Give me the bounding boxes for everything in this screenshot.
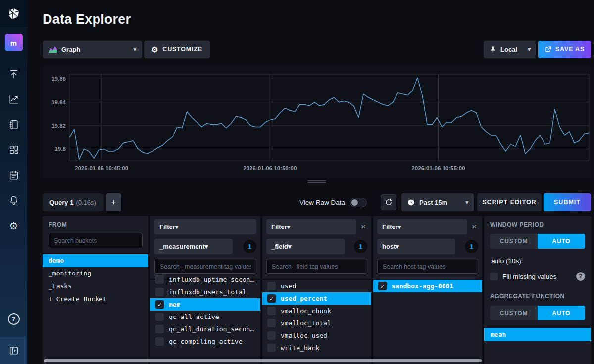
add-query-button[interactable]: + — [106, 193, 121, 211]
question-mark-icon[interactable]: ? — [576, 272, 585, 281]
window-period-panel: WINDOW PERIOD CUSTOM AUTO auto (10s) Fil… — [484, 216, 591, 364]
close-filter-icon[interactable]: × — [359, 223, 367, 231]
query-bar: Query 1 (0.16s) + View Raw Data Past 15m… — [43, 193, 591, 211]
customize-button[interactable]: ⚙ CUSTOMIZE — [144, 41, 210, 58]
tag-value-list: used✓used_percentvmalloc_chunkvmalloc_to… — [262, 280, 371, 354]
panel-resize-handle[interactable] — [43, 178, 591, 185]
chevron-down-icon: ▾ — [528, 46, 531, 53]
filter-type-dropdown[interactable]: Filter▾ — [377, 219, 467, 234]
graph-type-icon — [49, 46, 57, 53]
graph-explorer-icon[interactable] — [8, 93, 20, 105]
filter-type-dropdown[interactable]: Filter▾ — [266, 219, 356, 234]
view-raw-data-toggle[interactable] — [350, 198, 367, 207]
close-filter-icon[interactable]: × — [470, 223, 478, 231]
script-editor-button[interactable]: SCRIPT EDITOR — [477, 193, 542, 211]
org-avatar[interactable]: m — [5, 34, 23, 51]
local-dropdown[interactable]: Local ▾ — [484, 41, 536, 58]
horizontal-scrollbar[interactable] — [44, 359, 482, 362]
tag-value-search-input[interactable] — [154, 259, 256, 274]
bucket-item[interactable]: demo — [43, 254, 148, 267]
svg-text:2026-01-06 10:55:00: 2026-01-06 10:55:00 — [411, 165, 465, 171]
dashboards-icon[interactable] — [8, 144, 20, 156]
pin-icon — [489, 46, 496, 53]
save-as-button[interactable]: SAVE AS — [538, 41, 591, 58]
tag-value-row[interactable]: qc_all_active — [150, 311, 260, 323]
filter-type-dropdown[interactable]: Filter▾ — [154, 219, 256, 234]
unchecked-checkbox[interactable] — [267, 282, 276, 290]
aggregate-custom-button[interactable]: CUSTOM — [490, 306, 538, 320]
bucket-item[interactable]: _tasks — [43, 280, 148, 293]
query-bar-right: View Raw Data Past 15m ▾ SCRIPT EDITOR S… — [299, 193, 591, 211]
help-icon[interactable]: ? — [8, 313, 20, 325]
unchecked-checkbox[interactable] — [155, 275, 164, 284]
unchecked-checkbox[interactable] — [155, 337, 164, 346]
tag-value-row[interactable]: write_back — [262, 342, 371, 354]
bucket-item[interactable]: + Create Bucket — [43, 293, 148, 306]
tag-value-row[interactable]: ✓mem — [150, 298, 260, 311]
tag-value-row[interactable]: vmalloc_total — [262, 317, 371, 329]
tag-value-search-input[interactable] — [266, 259, 367, 274]
filter-columns: Filter▾_measurement▾1influxdb_uptime_sec… — [150, 216, 482, 364]
bucket-item[interactable]: _monitoring — [43, 267, 148, 280]
expand-nav-icon[interactable] — [0, 337, 27, 364]
query-duration: (0.16s) — [76, 199, 96, 206]
unchecked-checkbox[interactable] — [155, 313, 164, 321]
tag-key-dropdown[interactable]: _measurement▾ — [154, 239, 233, 254]
checked-checkbox[interactable]: ✓ — [378, 282, 387, 290]
upload-icon[interactable] — [8, 68, 20, 80]
query-tab[interactable]: Query 1 (0.16s) — [43, 193, 103, 211]
chevron-down-icon: ▾ — [288, 243, 292, 250]
unchecked-checkbox[interactable] — [267, 307, 276, 315]
chevron-down-icon: ▾ — [398, 223, 401, 230]
chevron-down-icon: ▾ — [133, 46, 136, 53]
time-series-chart[interactable]: 19.819.8219.8419.862026-01-06 10:45:0020… — [43, 66, 591, 178]
tag-value-row[interactable]: vmalloc_used — [262, 329, 371, 342]
checked-checkbox[interactable]: ✓ — [155, 300, 164, 309]
unchecked-checkbox[interactable] — [155, 288, 164, 296]
tag-value-row[interactable]: influxdb_users_total — [150, 286, 260, 298]
checked-checkbox[interactable]: ✓ — [267, 294, 276, 303]
aggregate-function-item[interactable]: mean — [484, 328, 591, 341]
window-auto-button[interactable]: AUTO — [538, 234, 585, 249]
aggregate-auto-button[interactable]: AUTO — [538, 306, 585, 320]
refresh-button[interactable] — [381, 194, 396, 210]
svg-text:19.82: 19.82 — [51, 123, 66, 129]
from-header: FROM — [43, 221, 148, 228]
tag-value-row[interactable]: qc_all_duration_secon… — [150, 323, 260, 335]
notebook-icon[interactable] — [8, 119, 20, 131]
svg-text:2026-01-06 10:50:00: 2026-01-06 10:50:00 — [243, 165, 297, 171]
view-type-dropdown[interactable]: Graph ▾ — [43, 41, 142, 58]
bucket-search-input[interactable] — [49, 233, 143, 248]
unchecked-checkbox[interactable] — [267, 331, 276, 340]
tag-key-dropdown[interactable]: host▾ — [377, 239, 455, 254]
unchecked-checkbox[interactable] — [267, 344, 276, 352]
tag-value-row[interactable]: used — [262, 280, 371, 292]
unchecked-checkbox[interactable] — [267, 319, 276, 327]
tasks-calendar-icon[interactable] — [8, 169, 20, 181]
tag-key-dropdown[interactable]: _field▾ — [266, 239, 345, 254]
filter-column-_field: Filter▾×_field▾1used✓used_percentvmalloc… — [262, 216, 371, 364]
nav-sidebar: m ⚙ ? — [0, 0, 27, 364]
settings-gear-icon[interactable]: ⚙ — [8, 220, 20, 231]
cube-logo-icon — [7, 7, 20, 20]
unchecked-checkbox[interactable] — [155, 325, 164, 333]
window-period-mode-toggle: CUSTOM AUTO — [490, 234, 585, 249]
main-area: Data Explorer Graph ▾ ⚙ CUSTOMIZE Local … — [27, 0, 594, 364]
time-range-dropdown[interactable]: Past 15m ▾ — [401, 193, 474, 211]
refresh-icon — [385, 198, 393, 206]
influxdb-logo[interactable] — [0, 0, 27, 27]
tag-value-row[interactable]: influxdb_uptime_secon… — [150, 273, 260, 286]
alerts-bell-icon[interactable] — [8, 194, 20, 206]
tag-value-search-input[interactable] — [377, 259, 478, 274]
submit-button[interactable]: SUBMIT — [544, 193, 591, 211]
view-type-label: Graph — [61, 46, 80, 53]
page-title: Data Explorer — [43, 11, 591, 28]
window-custom-button[interactable]: CUSTOM — [490, 234, 538, 249]
tag-value-row[interactable]: qc_compiling_active — [150, 335, 260, 348]
chevron-down-icon: ▾ — [175, 223, 179, 230]
tag-value-row[interactable]: vmalloc_chunk — [262, 305, 371, 317]
tag-value-row[interactable]: ✓sandbox-agg-0001 — [373, 280, 482, 292]
fill-missing-checkbox[interactable] — [490, 273, 498, 280]
tag-value-row[interactable]: ✓used_percent — [262, 292, 371, 305]
window-period-header: WINDOW PERIOD — [490, 221, 585, 228]
